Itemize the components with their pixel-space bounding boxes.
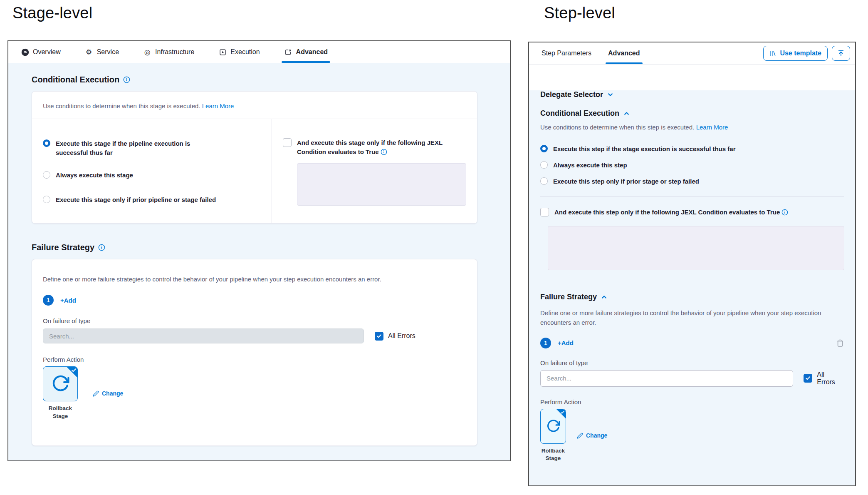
- radio-label: Always execute this stage: [56, 171, 133, 180]
- conditional-execution-heading[interactable]: Conditional Execution: [540, 109, 844, 118]
- upload-button[interactable]: [832, 46, 850, 61]
- chevron-up-icon[interactable]: [601, 294, 608, 301]
- jexl-condition-input[interactable]: [548, 226, 844, 270]
- stage-advanced-content: Conditional Execution Use conditions to …: [8, 63, 510, 461]
- on-failure-label: On failure of type: [43, 317, 466, 324]
- pencil-icon: [93, 391, 99, 397]
- info-icon[interactable]: [781, 209, 788, 216]
- failure-strategy-card: Define one or more failure strategies to…: [32, 259, 477, 446]
- strategy-count-badge[interactable]: 1: [540, 338, 551, 348]
- infrastructure-icon: ◎: [143, 48, 151, 56]
- radio-unselected[interactable]: [540, 161, 548, 169]
- perform-action-label: Perform Action: [540, 398, 844, 405]
- rollback-stage-caption: Rollback Stage: [542, 447, 565, 463]
- execution-options: Execute this stage if the pipeline execu…: [32, 119, 272, 223]
- step-advanced-content: Delegate Selector Conditional Execution …: [529, 90, 855, 486]
- on-failure-label: On failure of type: [540, 359, 844, 366]
- jexl-checkbox-row[interactable]: And execute this stage only if the follo…: [283, 138, 466, 157]
- execution-options: Execute this step if the stage execution…: [540, 144, 844, 186]
- radio-option[interactable]: Always execute this stage: [43, 171, 261, 180]
- radio-option[interactable]: Execute this stage if the pipeline execu…: [43, 139, 261, 157]
- perform-action-block: Rollback Stage Change: [540, 409, 844, 463]
- step-advanced-panel: Step Parameters Advanced Use template De…: [528, 42, 856, 486]
- rollback-icon: [546, 419, 560, 433]
- jexl-checkbox-row[interactable]: And execute this step only if the follow…: [540, 208, 844, 217]
- tab-advanced[interactable]: Advanced: [284, 41, 328, 63]
- check-icon: [71, 368, 77, 373]
- jexl-label-text: And execute this step only if the follow…: [554, 209, 780, 216]
- jexl-checkbox[interactable]: [540, 208, 549, 216]
- tab-execution[interactable]: Execution: [218, 41, 260, 63]
- info-icon[interactable]: [123, 76, 130, 83]
- rollback-stage-tile[interactable]: [540, 409, 566, 444]
- failure-type-row: All Errors: [540, 370, 844, 387]
- tab-label: Step Parameters: [542, 50, 591, 57]
- jexl-condition-input[interactable]: [297, 163, 466, 206]
- conditional-execution-card: Use conditions to determine when this st…: [32, 91, 477, 224]
- add-strategy-button[interactable]: +Add: [60, 297, 76, 304]
- step-level-title: Step-level: [544, 4, 615, 22]
- strategy-count-badge[interactable]: 1: [43, 295, 54, 306]
- learn-more-link[interactable]: Learn More: [696, 124, 728, 131]
- radio-option[interactable]: Execute this stage only if prior pipelin…: [43, 195, 261, 204]
- strategy-badge-row: 1 +Add: [540, 338, 844, 348]
- radio-label: Execute this step only if prior stage or…: [553, 177, 699, 186]
- failure-type-row: All Errors: [43, 328, 466, 343]
- tab-advanced[interactable]: Advanced: [608, 42, 640, 64]
- change-label: Change: [586, 432, 607, 439]
- jexl-label-text: And execute this stage only if the follo…: [297, 139, 443, 155]
- radio-selected[interactable]: [43, 139, 50, 147]
- all-errors-checkbox[interactable]: [375, 332, 383, 341]
- all-errors-label: All Errors: [817, 371, 844, 386]
- failure-strategy-description: Define one or more failure strategies to…: [43, 274, 466, 284]
- change-action-link[interactable]: Change: [93, 390, 123, 397]
- failure-type-search-input[interactable]: [43, 328, 364, 343]
- stage-advanced-panel: Overview ⚙ Service ◎ Infrastructure Exec…: [7, 40, 511, 461]
- tab-overview[interactable]: Overview: [21, 41, 61, 63]
- all-errors-label: All Errors: [388, 332, 415, 340]
- tab-label: Advanced: [608, 50, 640, 57]
- tab-label: Execution: [230, 48, 260, 56]
- chevron-down-icon[interactable]: [607, 91, 614, 98]
- section-title: Conditional Execution: [32, 75, 119, 85]
- delete-icon[interactable]: [836, 339, 844, 347]
- add-strategy-button[interactable]: +Add: [558, 339, 574, 346]
- divider: [540, 197, 844, 197]
- tab-label: Advanced: [296, 48, 328, 56]
- jexl-checkbox[interactable]: [283, 138, 292, 147]
- step-tabbar: Step Parameters Advanced Use template: [529, 42, 855, 65]
- pencil-icon: [577, 433, 583, 439]
- use-template-button[interactable]: Use template: [763, 46, 828, 61]
- check-icon: [560, 410, 565, 415]
- play-box-icon: [218, 48, 227, 56]
- section-title: Delegate Selector: [540, 90, 603, 99]
- radio-unselected[interactable]: [43, 196, 50, 203]
- tab-label: Overview: [33, 48, 61, 56]
- delegate-selector-heading[interactable]: Delegate Selector: [540, 90, 844, 99]
- upload-icon: [837, 50, 845, 57]
- all-errors-checkbox[interactable]: [804, 374, 812, 383]
- radio-selected[interactable]: [540, 145, 548, 152]
- radio-unselected[interactable]: [43, 171, 50, 179]
- radio-option[interactable]: Always execute this step: [540, 161, 844, 170]
- learn-more-link[interactable]: Learn More: [202, 102, 234, 109]
- radio-option[interactable]: Execute this step if the stage execution…: [540, 144, 844, 154]
- failure-strategy-heading[interactable]: Failure Strategy: [540, 293, 844, 301]
- failure-type-search-input[interactable]: [540, 370, 793, 387]
- library-icon: [769, 50, 777, 57]
- failure-strategy-heading: Failure Strategy: [32, 243, 477, 252]
- rollback-stage-tile[interactable]: [43, 366, 78, 401]
- info-icon[interactable]: [381, 149, 387, 155]
- info-icon[interactable]: [98, 244, 105, 251]
- chevron-up-icon[interactable]: [623, 110, 630, 117]
- change-action-link[interactable]: Change: [577, 432, 607, 439]
- stage-level-title: Stage-level: [12, 4, 92, 22]
- radio-unselected[interactable]: [540, 177, 548, 185]
- tab-infrastructure[interactable]: ◎ Infrastructure: [143, 41, 194, 63]
- tab-service[interactable]: ⚙ Service: [85, 41, 119, 63]
- description-text: Use conditions to determine when this st…: [43, 102, 200, 109]
- strategy-badge-row: 1 +Add: [43, 295, 466, 306]
- radio-option[interactable]: Execute this step only if prior stage or…: [540, 177, 844, 186]
- tab-step-parameters[interactable]: Step Parameters: [542, 42, 591, 64]
- section-title: Failure Strategy: [540, 293, 597, 301]
